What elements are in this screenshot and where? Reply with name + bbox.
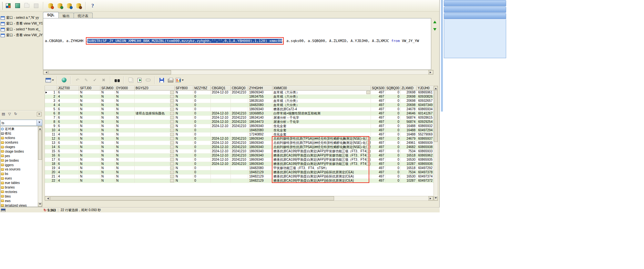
cell-sfyb00[interactable]: N [175, 99, 193, 103]
cell-yjdjh0[interactable]: 60497294 [417, 128, 434, 132]
cell-bgysz0[interactable]: … [135, 103, 175, 107]
cell-jgzt00[interactable]: 4 [57, 179, 79, 183]
table-row[interactable]: 146NNN…N02024-12-102024121018609340总前列腺特… [45, 145, 434, 149]
grid-scroll-down-button[interactable] [434, 197, 438, 200]
cell-yjdjh0[interactable]: 60865935 [417, 158, 434, 162]
grid-scroll-left-button[interactable] [45, 196, 50, 200]
cell-jgzt00[interactable]: 6 [57, 107, 79, 111]
table-row[interactable]: 96NNN…N02024-12-102024121018609340生化全套49… [45, 124, 434, 128]
cell-jgzt00[interactable]: 6 [57, 141, 79, 145]
cell-ellipsis-button[interactable]: … [170, 124, 174, 128]
cell-jgzt00[interactable]: 4 [57, 99, 79, 103]
cell-zlxmid[interactable]: 20698 [401, 91, 417, 94]
cell-mzzybz[interactable]: 0 [193, 91, 211, 94]
tree-item[interactable]: bs [1, 172, 38, 176]
cell-sqks00[interactable]: 497 [371, 170, 385, 174]
cell-zlxmid[interactable]: 7534 [401, 170, 417, 174]
cell-cbgrq1[interactable]: 2024-12-10 [211, 124, 231, 128]
cell-zyhghh[interactable]: 18482129 [248, 179, 272, 183]
cell-cbgrq0[interactable] [231, 133, 248, 136]
cell-ellipsis-button[interactable]: … [366, 91, 370, 94]
cell-cbgrq0[interactable] [231, 107, 248, 111]
cell-bgysz0[interactable]: … [135, 137, 175, 141]
tab-stats[interactable]: 统计表 [74, 13, 93, 18]
cell-bgysz0[interactable]: … [135, 149, 175, 153]
cell-sqks00[interactable]: 497 [371, 137, 385, 141]
cell-zlxmid[interactable]: 7534 [401, 149, 417, 153]
cell-sqks00[interactable]: 497 [371, 162, 385, 166]
tree-item[interactable]: 近对象 [1, 127, 38, 131]
cell-zlxmid[interactable]: 16488 [401, 124, 417, 128]
tree-item[interactable]: braries [1, 185, 38, 190]
editor-scroll-right-button[interactable] [428, 70, 433, 74]
cell-ellipsis-button[interactable]: … [170, 99, 174, 102]
cell-xmmc00[interactable]: 糖基抗原CA199|甲胎蛋白测定(AFP)|甲状腺功能三项（FT3、FT4、sT… [272, 158, 371, 162]
cell-jgzt00[interactable]: 4 [57, 128, 79, 132]
object-filter-combo[interactable]: ts [0, 120, 42, 126]
table-row[interactable]: 214NNN…N018482129糖基抗原CA199|甲胎蛋白测定(AFP)|癌… [45, 175, 434, 179]
cell-bgysz0[interactable]: … [135, 158, 175, 162]
cell-yjdjh0[interactable]: 60865934 [417, 107, 434, 111]
cell-sfjm00[interactable]: N [100, 162, 115, 166]
cell-bgysz0[interactable]: … [135, 107, 175, 111]
cell-bgysz0[interactable]: … [135, 91, 175, 94]
cell-zlxmid[interactable]: 16530 [401, 175, 417, 178]
cell-cbgrq0[interactable]: 20241210 [231, 124, 248, 128]
cell-cbgrq0[interactable] [231, 103, 248, 107]
cell-cbgrq1[interactable] [211, 170, 231, 174]
cell-bgysz0[interactable]: … [135, 179, 175, 183]
cell-sfjm00[interactable]: N [100, 158, 115, 162]
cell-sfjm00[interactable]: N [100, 116, 115, 120]
cell-yjdjh0[interactable]: 60497372 [417, 179, 434, 183]
grid-hscrollbar[interactable] [45, 196, 434, 201]
cell-cbgrq1[interactable] [211, 179, 231, 183]
table-row[interactable]: 156NNN…N02024-12-102024121018609340糖基抗原C… [45, 149, 434, 154]
cell-sqbq00[interactable]: 0 [385, 95, 401, 99]
cell-sfjm00[interactable]: N [100, 179, 115, 183]
cell-xmmc00[interactable]: 血常规（六分类）… [272, 91, 371, 94]
cell-xmmc00[interactable]: 总前列腺特异性抗原(TPSA)|神经元特异性烯醇化酶测定(NSE)-化学发光… [272, 137, 371, 141]
cell-ellipsis-button[interactable]: … [366, 158, 370, 161]
cell-cbgrq1[interactable] [211, 128, 231, 132]
cell-cbgrq0[interactable]: 20241210 [231, 116, 248, 120]
cell-xmmc00[interactable]: 生化全套 [272, 128, 371, 132]
cell-sqbq00[interactable]: 0 [385, 107, 401, 111]
cell-sftj00[interactable]: N [79, 133, 100, 136]
tree-item[interactable]: pe bodies [1, 158, 38, 163]
cell-ellipsis-button[interactable]: … [170, 162, 174, 166]
cell-sfyb00[interactable]: N [175, 128, 193, 132]
cell-sqbq00[interactable]: 0 [385, 154, 401, 157]
cell-ellipsis-button[interactable]: … [366, 150, 370, 153]
sql-editor[interactable]: a.CBGRQ0, a.ZYHGHH ,SUBSTR(SF_JY_UNION_X… [43, 18, 431, 70]
cell-zlxmid[interactable]: 56874 [401, 120, 417, 124]
cell-jgzt00[interactable]: 6 [57, 124, 79, 128]
cell-cbgrq0[interactable]: 20241210 [231, 112, 248, 115]
cell-dy0000[interactable]: N [115, 95, 135, 99]
filter-icon[interactable]: ▽ [7, 112, 12, 117]
db-commit-button[interactable] [46, 2, 55, 10]
cell-ellipsis-button[interactable]: … [170, 120, 174, 124]
cell-sfjm00[interactable]: N [100, 133, 115, 136]
db-rollback-button[interactable] [56, 2, 64, 10]
editor-scroll-thumb[interactable] [48, 70, 171, 74]
column-header-mzzybz[interactable]: MZZYBZ [193, 86, 211, 91]
cell-xmmc00[interactable]: 糖基抗原Ca72-4 [272, 107, 371, 111]
cell-sftj00[interactable]: N [79, 103, 100, 107]
cell-sqbq00[interactable]: 0 [385, 149, 401, 153]
tree-scroll-thumb[interactable] [38, 131, 42, 160]
table-row[interactable]: 194NNN…N018482080甲状腺功能三项（FT3、FT4、sTSH）49… [45, 166, 434, 170]
cell-cbgrq1[interactable]: 2024-12-10 [211, 158, 231, 162]
cell-sftj00[interactable]: N [79, 137, 100, 141]
table-row[interactable]: 44NNN…N018482080血常规（六分类）4970206986049734… [45, 103, 434, 107]
cell-sfyb00[interactable]: N [175, 154, 193, 157]
cell-sfjm00[interactable]: N [100, 149, 115, 153]
cell-sftj00[interactable]: N [79, 116, 100, 120]
table-row[interactable]: 136NNN…N02024-12-102024121018609340总前列腺特… [45, 141, 434, 145]
cell-sqbq00[interactable]: 0 [385, 158, 401, 162]
column-header-sfjm00[interactable]: SFJM00 [100, 86, 115, 91]
cell-sftj00[interactable]: N [79, 179, 100, 183]
tab-sql[interactable]: SQL [43, 12, 59, 18]
column-header-sfyb00[interactable]: SFYB00 [175, 86, 193, 91]
cell-bgysz0[interactable]: 请双击选择报告颜色… [135, 112, 175, 115]
cell-cbgrq0[interactable]: 20241210 [231, 149, 248, 153]
